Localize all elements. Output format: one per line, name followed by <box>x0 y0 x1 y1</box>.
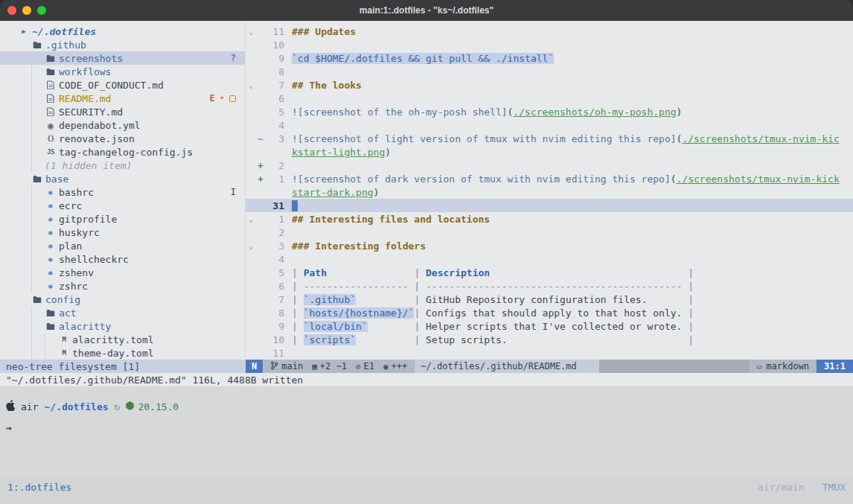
tree-item-readme.md[interactable]: README.mdE• <box>0 92 245 105</box>
buffer-line[interactable]: 8 <box>246 65 853 78</box>
buffer-line[interactable]: ⌄3### Interesting folders <box>246 239 853 252</box>
zoom-button[interactable] <box>37 6 46 15</box>
tree-item-label: shellcheckrc <box>59 254 129 265</box>
tree-item-screenshots[interactable]: screenshots? <box>0 51 245 65</box>
seg-p: ) <box>374 187 380 198</box>
line-number: 8 <box>265 66 284 77</box>
line-text: ### Updates <box>292 26 356 37</box>
buffer-line[interactable]: 8| `hosts/{hostname}/`| Configs that sho… <box>246 306 853 319</box>
tree-item-plan[interactable]: ∗plan <box>0 239 245 252</box>
tree-item-bashrc[interactable]: ∗bashrcI <box>0 185 245 199</box>
tree-item-workflows[interactable]: workflows <box>0 65 245 78</box>
markdown-icon <box>45 94 57 103</box>
window-title: main:1:.dotfiles - "ks~/.dotfiles" <box>0 5 853 16</box>
seg-lbl: ![screenshot of light version of tmux wi… <box>292 133 677 144</box>
tree-item-badges: E• <box>210 94 236 103</box>
seg-code: `hosts/{hostname}/` <box>304 307 415 319</box>
buffer-line[interactable]: 9`cd $HOME/.dotfiles && git pull && ./in… <box>246 51 853 65</box>
shell-pane[interactable]: air ~/.dotfiles ↻ 20.15.0 → 1:.dotfiles … <box>0 386 853 504</box>
seg-pipe: | <box>414 267 426 278</box>
tree-item-alacritty[interactable]: alacritty <box>0 319 245 333</box>
buffer-line[interactable]: 5| Path | Description | <box>246 266 853 279</box>
tree-item-label: alacritty.toml <box>72 334 154 345</box>
buffer-line[interactable]: 4 <box>246 118 853 132</box>
seg-code: `.github` <box>304 294 356 305</box>
tree-item-shellcheckrc[interactable]: ∗shellcheckrc <box>0 252 245 266</box>
buffer[interactable]: ⌄11### Updates109`cd $HOME/.dotfiles && … <box>246 21 853 360</box>
buffer-line[interactable]: ⌄11### Updates <box>246 25 853 38</box>
close-button[interactable] <box>7 6 16 15</box>
buffer-line[interactable]: 2 <box>246 226 853 239</box>
wrapped-line[interactable]: kstart-light.png) <box>246 145 853 159</box>
node-icon <box>126 401 134 412</box>
tree-item--.dotfiles[interactable]: ▶~/.dotfiles <box>0 25 245 38</box>
tmux-window-tab[interactable]: 1:.dotfiles <box>7 482 71 493</box>
buffer-line[interactable]: +2 <box>246 159 853 172</box>
buffer-line[interactable]: 9| `local/bin` | Helper scripts that I'v… <box>246 319 853 333</box>
line-text: | Path | Description | <box>292 267 694 278</box>
tree-item-renovate.json[interactable]: {}renovate.json <box>0 132 245 145</box>
buffer-line[interactable]: 11 <box>246 346 853 360</box>
line-number: 10 <box>265 39 284 51</box>
seg-th: Description <box>426 267 490 278</box>
wrapped-line[interactable]: start-dark.png) <box>246 185 853 199</box>
buffer-line[interactable]: ⌄1## Interesting files and locations <box>246 212 853 226</box>
tree-item-code-of-conduct.md[interactable]: CODE_OF_CONDUCT.md <box>0 78 245 92</box>
tree-item-dependabot.yml[interactable]: ◉dependabot.yml <box>0 118 245 132</box>
tree-item-ecrc[interactable]: ∗ecrc <box>0 199 245 212</box>
line-text: `cd $HOME/.dotfiles && git pull && ./ins… <box>292 53 554 64</box>
tree-item-theme-day.toml[interactable]: Mtheme-day.toml <box>0 346 245 360</box>
tree-item-huskyrc[interactable]: ∗huskyrc <box>0 226 245 239</box>
buffer-line[interactable]: 4 <box>246 252 853 266</box>
tree-item-base[interactable]: base <box>0 172 245 185</box>
indent-guide <box>18 172 31 185</box>
tree-item-.github[interactable]: .github <box>0 38 245 51</box>
buffer-line[interactable]: 5![screenshot of the oh-my-posh shell](.… <box>246 105 853 118</box>
tree-item-zshrc[interactable]: ∗zshrc <box>0 279 245 293</box>
indent-guide <box>18 266 31 279</box>
tree-item-gitprofile[interactable]: ∗gitprofile <box>0 212 245 226</box>
seg-pipe: | <box>688 294 694 305</box>
diagnostics-segment: ⊘ E1 <box>356 361 374 371</box>
tree-item-label: zshenv <box>59 267 94 278</box>
buffer-line[interactable]: 6| ------------------ | ----------------… <box>246 279 853 293</box>
buffer-line[interactable]: 7| `.github` | GitHub Repository configu… <box>246 293 853 306</box>
tree-item-label: CODE_OF_CONDUCT.md <box>59 80 164 91</box>
tree-item-act[interactable]: act <box>0 306 245 319</box>
seg-lbl: ![screenshot of the oh-my-posh shell] <box>292 106 508 118</box>
indent-guide <box>18 199 31 212</box>
tree-item--1-hidden-item-[interactable]: (1 hidden item) <box>0 159 245 172</box>
fold-marker[interactable]: ⌄ <box>246 80 256 90</box>
seg-pipe: | <box>414 294 426 305</box>
line-number: 3 <box>265 240 284 252</box>
line-number: 7 <box>265 80 284 91</box>
line-number: 6 <box>265 93 284 104</box>
tree-item-zshenv[interactable]: ∗zshenv <box>0 266 245 279</box>
seg-lbl: ![screenshot of dark version of tmux wit… <box>292 173 671 185</box>
line-number: 2 <box>265 160 284 171</box>
line-text <box>292 200 298 211</box>
buffer-line[interactable]: 6 <box>246 92 853 105</box>
buffer-line[interactable]: 10| `scripts` | Setup scripts. | <box>246 333 853 346</box>
indent-guide <box>31 78 45 92</box>
tree-item-config[interactable]: config <box>0 293 245 306</box>
shell-icon: ∗ <box>45 240 57 252</box>
current-line[interactable]: 31 <box>246 199 853 212</box>
buffer-line[interactable]: ⌄7## The looks <box>246 78 853 92</box>
fold-marker[interactable]: ⌄ <box>246 214 256 224</box>
folder-icon <box>45 309 57 317</box>
indent-guide <box>45 333 58 346</box>
prompt-input-line[interactable]: → <box>6 422 847 433</box>
buffer-line[interactable]: ~3![screenshot of light version of tmux … <box>246 132 853 145</box>
buffer-line[interactable]: +1![screenshot of dark version of tmux w… <box>246 172 853 185</box>
fold-marker[interactable]: ⌄ <box>246 27 256 36</box>
tree-item-alacritty.toml[interactable]: Malacritty.toml <box>0 333 245 346</box>
indent-guide <box>31 252 45 266</box>
tree-item-tag-changelog-config.js[interactable]: JStag-changelog-config.js <box>0 145 245 159</box>
fold-marker[interactable]: ⌄ <box>246 241 256 251</box>
buffer-line[interactable]: 10 <box>246 38 853 51</box>
tree-item-label: (1 hidden item) <box>45 160 132 171</box>
minimize-button[interactable] <box>22 6 31 15</box>
tree-item-label: gitprofile <box>59 214 117 225</box>
tree-item-security.md[interactable]: SECURITY.md <box>0 105 245 118</box>
